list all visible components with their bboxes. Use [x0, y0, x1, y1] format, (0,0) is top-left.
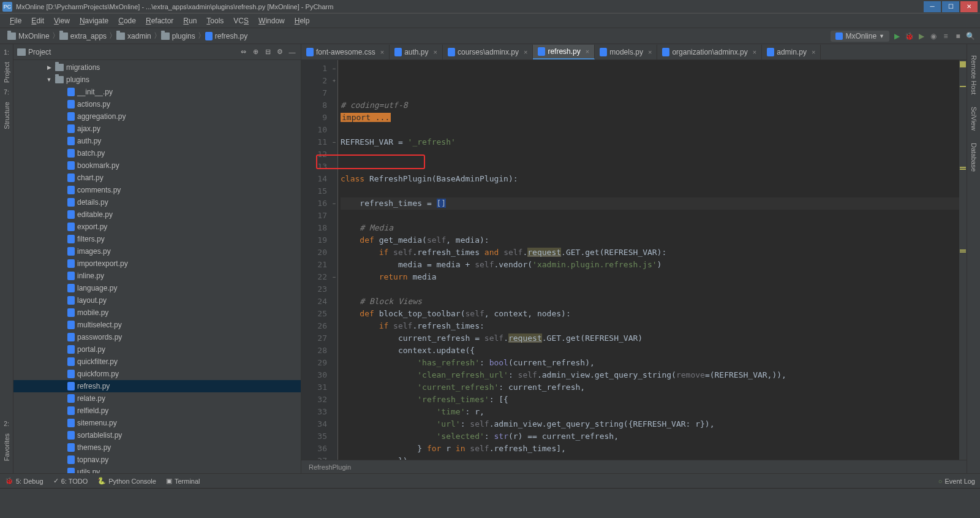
fold-gutter[interactable]: −+−−− — [331, 60, 338, 460]
code-line-23[interactable]: if self.refresh_times: — [341, 320, 959, 332]
code-line-28[interactable]: 'current_refresh': current_refresh, — [341, 381, 959, 394]
warning-indicator-icon[interactable] — [960, 61, 966, 67]
close-tab-icon[interactable]: × — [586, 48, 589, 55]
bottom-terminal[interactable]: ▣Terminal — [166, 477, 200, 485]
tree-item-portal.py[interactable]: portal.py — [13, 343, 301, 356]
close-tab-icon[interactable]: × — [380, 48, 384, 56]
marker[interactable] — [960, 249, 966, 251]
tree-item-sitemenu.py[interactable]: sitemenu.py — [13, 417, 301, 429]
code-line-8[interactable]: REFRESH_VAR = '_refresh' — [341, 136, 959, 148]
breadcrumb-xadmin[interactable]: xadmin — [114, 32, 154, 40]
tree-item-quickform.py[interactable]: quickform.py — [13, 368, 301, 380]
tab-admin.py[interactable]: admin.py× — [762, 45, 821, 59]
menu-code[interactable]: Code — [113, 17, 141, 25]
editor-breadcrumb[interactable]: RefreshPlugin — [301, 460, 967, 473]
code-line-32[interactable]: 'selected': str(r) == current_refresh, — [341, 430, 959, 443]
tree-item-chart.py[interactable]: chart.py — [13, 172, 301, 184]
bottom-5--debug[interactable]: 🐞5: Debug — [5, 477, 43, 485]
rail-project[interactable]: 1:Project — [3, 49, 10, 89]
collapse-all-icon[interactable]: ⊟ — [263, 48, 273, 56]
close-tab-icon[interactable]: × — [812, 48, 815, 56]
profile-button[interactable]: ◉ — [929, 31, 938, 41]
tree-item-refresh.py[interactable]: refresh.py — [13, 380, 301, 392]
minimize-button[interactable]: ─ — [924, 1, 941, 12]
search-everywhere-button[interactable]: 🔍 — [965, 31, 975, 41]
gear-icon[interactable]: ⚙ — [275, 48, 285, 56]
bottom-event-log[interactable]: ○Event Log — [938, 478, 975, 485]
collapse-icon[interactable]: ⇔ — [238, 48, 248, 56]
tree-item-quickfilter.py[interactable]: quickfilter.py — [13, 356, 301, 368]
code-line-14[interactable] — [341, 210, 959, 222]
run-button[interactable]: ▶ — [892, 31, 902, 41]
tree-item-language.py[interactable]: language.py — [13, 282, 301, 294]
code-line-17[interactable]: if self.refresh_times and self.request.G… — [341, 246, 959, 259]
breadcrumb-plugins[interactable]: plugins — [159, 32, 198, 40]
menu-refactor[interactable]: Refactor — [141, 17, 178, 25]
hide-icon[interactable]: — — [287, 48, 297, 56]
menu-tools[interactable]: Tools — [202, 17, 228, 25]
code-line-26[interactable]: 'has_refresh': bool(current_refresh), — [341, 357, 959, 369]
stop-button[interactable]: ■ — [953, 31, 963, 41]
code-line-20[interactable] — [341, 283, 959, 295]
code-line-27[interactable]: 'clean_refresh_url': self.admin_view.get… — [341, 369, 959, 381]
maximize-button[interactable]: ☐ — [942, 1, 959, 12]
tab-models.py[interactable]: models.py× — [595, 45, 657, 59]
tree-item-batch.py[interactable]: batch.py — [13, 147, 301, 159]
code-area[interactable]: # coding=utf-8import ... REFRESH_VAR = '… — [338, 60, 959, 460]
locate-icon[interactable]: ⊕ — [251, 48, 260, 56]
code-line-33[interactable]: } for r in self.refresh_times], — [341, 443, 959, 455]
tab-font-awesome.css[interactable]: font-awesome.css× — [301, 45, 390, 59]
rail-structure[interactable]: 7:Structure — [3, 89, 10, 135]
tree-item-actions.py[interactable]: actions.py — [13, 98, 301, 110]
tree-item-auth.py[interactable]: auth.py — [13, 135, 301, 147]
marker[interactable] — [960, 251, 966, 253]
menu-window[interactable]: Window — [254, 17, 290, 25]
tree-item-migrations[interactable]: ▶migrations — [13, 61, 301, 74]
code-line-24[interactable]: current_refresh = self.request.GET.get(R… — [341, 332, 959, 345]
bottom-python-console[interactable]: 🐍Python Console — [97, 477, 156, 485]
code-line-1[interactable]: # coding=utf-8 — [341, 99, 959, 112]
rail-favorites[interactable]: 2:Favorites — [3, 421, 10, 467]
tree-item-bookmark.py[interactable]: bookmark.py — [13, 159, 301, 172]
tab-organization\adminx.py[interactable]: organization\adminx.py× — [657, 45, 762, 59]
code-line-12[interactable] — [341, 185, 959, 197]
tree-item-ajax.py[interactable]: ajax.py — [13, 123, 301, 135]
tree-item-__init__.py[interactable]: __init__.py — [13, 86, 301, 98]
marker[interactable] — [960, 86, 966, 87]
tab-refresh.py[interactable]: refresh.py× — [533, 45, 595, 59]
close-button[interactable]: ✕ — [960, 1, 978, 12]
close-tab-icon[interactable]: × — [434, 48, 437, 56]
close-tab-icon[interactable]: × — [753, 48, 756, 56]
tree-item-multiselect.py[interactable]: multiselect.py — [13, 319, 301, 331]
rail-remote-host[interactable]: Remote Host — [970, 49, 978, 101]
code-line-13[interactable]: refresh_times = [] — [341, 197, 959, 210]
close-tab-icon[interactable]: × — [524, 48, 527, 56]
tree-item-sortablelist.py[interactable]: sortablelist.py — [13, 429, 301, 441]
tree-item-importexport.py[interactable]: importexport.py — [13, 257, 301, 270]
code-line-11[interactable]: class RefreshPlugin(BaseAdminPlugin): — [341, 173, 959, 185]
menu-view[interactable]: View — [49, 17, 75, 25]
menu-edit[interactable]: Edit — [26, 17, 49, 25]
menu-help[interactable]: Help — [290, 17, 315, 25]
menu-vcs[interactable]: VCS — [228, 17, 254, 25]
debug-button[interactable]: 🐞 — [904, 31, 914, 41]
tree-item-aggregation.py[interactable]: aggregation.py — [13, 110, 301, 123]
tree-item-layout.py[interactable]: layout.py — [13, 294, 301, 307]
code-line-15[interactable]: # Media — [341, 222, 959, 234]
code-line-16[interactable]: def get_media(self, media): — [341, 234, 959, 246]
rail-database[interactable]: Database — [970, 137, 978, 178]
menu-navigate[interactable]: Navigate — [75, 17, 113, 25]
code-line-34[interactable]: }) — [341, 455, 959, 460]
rail-sciview[interactable]: SciView — [970, 101, 978, 137]
menu-run[interactable]: Run — [178, 17, 202, 25]
run-with-coverage-button[interactable]: ▶ — [916, 31, 926, 41]
code-line-2[interactable]: import ... — [341, 112, 959, 124]
tree-item-passwords.py[interactable]: passwords.py — [13, 331, 301, 343]
tree-item-relate.py[interactable]: relate.py — [13, 392, 301, 405]
code-line-25[interactable]: context.update({ — [341, 345, 959, 357]
code-line-30[interactable]: 'time': r, — [341, 406, 959, 418]
concurrency-button[interactable]: ≡ — [941, 31, 951, 41]
tree-item-relfield.py[interactable]: relfield.py — [13, 405, 301, 417]
menu-file[interactable]: File — [5, 17, 26, 25]
code-line-10[interactable] — [341, 161, 959, 173]
